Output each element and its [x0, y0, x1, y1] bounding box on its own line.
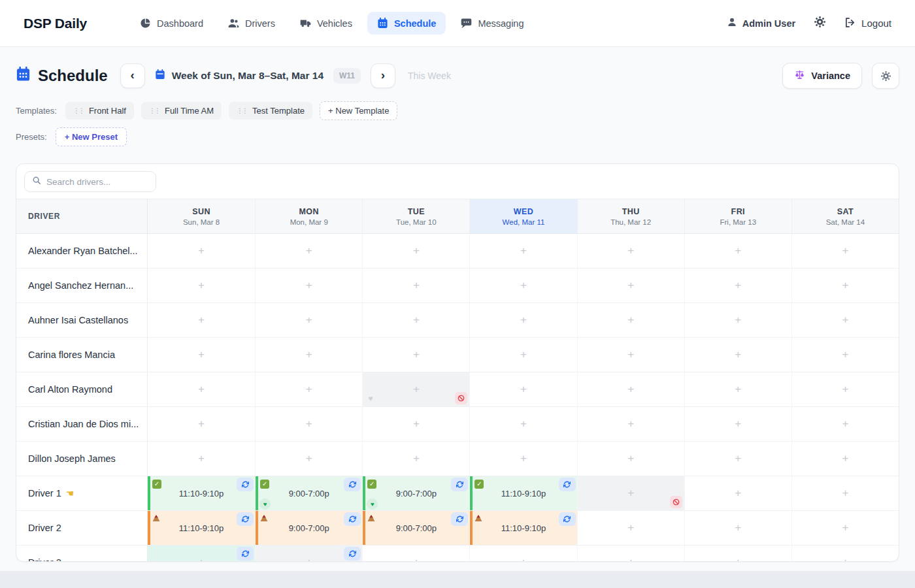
swap-icon[interactable]	[237, 512, 254, 526]
schedule-cell[interactable]: +	[362, 338, 469, 372]
schedule-cell[interactable]: +	[469, 234, 576, 268]
schedule-cell[interactable]: +	[469, 442, 576, 476]
nav-item-drivers[interactable]: Drivers	[218, 12, 285, 35]
schedule-cell[interactable]: +	[362, 546, 469, 562]
swap-icon[interactable]	[559, 512, 576, 526]
day-name: SAT	[837, 207, 854, 216]
schedule-cell[interactable]: +	[148, 407, 255, 441]
schedule-cell[interactable]: 9:00-7:00p	[255, 511, 362, 545]
schedule-cell[interactable]: +	[791, 476, 899, 510]
schedule-cell[interactable]: +	[148, 338, 255, 372]
template-chip-front-half[interactable]: ⋮⋮Front Half	[65, 102, 134, 120]
schedule-cell[interactable]: +	[148, 269, 255, 302]
schedule-cell[interactable]: +	[791, 442, 899, 476]
search-drivers-input[interactable]	[46, 177, 148, 187]
schedule-cell[interactable]: +	[362, 407, 469, 441]
user-menu[interactable]: Admin User	[727, 17, 795, 29]
schedule-cell[interactable]: +	[362, 234, 469, 268]
schedule-cell[interactable]: +	[255, 442, 362, 476]
schedule-cell[interactable]: +	[255, 234, 362, 268]
next-week-button[interactable]: ›	[371, 63, 395, 88]
new-template-button[interactable]: + New Template	[320, 101, 397, 120]
schedule-cell[interactable]: +♥	[362, 372, 469, 406]
swap-icon[interactable]	[344, 547, 361, 561]
schedule-cell[interactable]: +	[148, 442, 255, 476]
schedule-cell[interactable]: +	[469, 546, 576, 562]
schedule-cell[interactable]: +	[362, 269, 469, 302]
schedule-cell[interactable]: +	[791, 338, 899, 372]
swap-icon[interactable]	[344, 512, 361, 526]
schedule-cell[interactable]: +	[255, 372, 362, 406]
schedule-cell[interactable]: +	[469, 269, 576, 302]
schedule-cell[interactable]: +	[469, 372, 576, 406]
nav-item-schedule[interactable]: Schedule	[367, 12, 446, 35]
schedule-cell[interactable]: +	[791, 511, 899, 545]
schedule-cell[interactable]: ✓11:10-9:10p	[469, 476, 576, 510]
nav-item-vehicles[interactable]: Vehicles	[290, 12, 362, 35]
schedule-cell[interactable]: +	[577, 234, 684, 268]
schedule-cell[interactable]: +	[684, 476, 791, 510]
schedule-cell[interactable]: ✓9:00-7:00p♥	[255, 476, 362, 510]
nav-item-dashboard[interactable]: Dashboard	[130, 12, 213, 35]
variance-button[interactable]: Variance	[782, 63, 862, 89]
schedule-cell[interactable]: +	[148, 546, 255, 562]
prev-week-button[interactable]: ‹	[120, 63, 145, 88]
schedule-cell[interactable]: +	[255, 546, 362, 562]
schedule-cell[interactable]: 11:10-9:10p	[148, 511, 255, 545]
schedule-cell[interactable]: +	[577, 546, 684, 562]
schedule-cell[interactable]: +	[791, 372, 899, 406]
schedule-cell[interactable]: +	[684, 546, 791, 562]
schedule-cell[interactable]: +	[148, 372, 255, 406]
schedule-cell[interactable]: +	[577, 372, 684, 406]
schedule-cell[interactable]: +	[791, 269, 899, 302]
schedule-cell[interactable]: +	[791, 407, 899, 441]
template-chip-test-template[interactable]: ⋮⋮Test Template	[229, 102, 312, 120]
schedule-cell[interactable]: 11:10-9:10p	[469, 511, 576, 545]
swap-icon[interactable]	[451, 478, 468, 491]
schedule-cell[interactable]: +	[577, 442, 684, 476]
schedule-cell[interactable]: +	[577, 303, 684, 337]
schedule-cell[interactable]: 9:00-7:00p	[362, 511, 469, 545]
settings-gear-icon[interactable]	[814, 16, 826, 31]
swap-icon[interactable]	[559, 478, 576, 491]
schedule-cell[interactable]: +	[255, 338, 362, 372]
schedule-cell[interactable]: +	[577, 476, 684, 510]
schedule-cell[interactable]: +	[577, 511, 684, 545]
logout-button[interactable]: Logout	[844, 17, 891, 30]
schedule-cell[interactable]: +	[791, 234, 899, 268]
schedule-cell[interactable]: +	[684, 511, 791, 545]
schedule-cell[interactable]: +	[684, 338, 791, 372]
schedule-cell[interactable]: +	[684, 372, 791, 406]
schedule-cell[interactable]: +	[684, 269, 791, 302]
schedule-cell[interactable]: +	[148, 303, 255, 337]
schedule-cell[interactable]: +	[791, 303, 899, 337]
schedule-settings-button[interactable]	[872, 63, 899, 89]
schedule-cell[interactable]: +	[255, 303, 362, 337]
schedule-cell[interactable]: +	[577, 269, 684, 302]
schedule-cell[interactable]: +	[577, 338, 684, 372]
schedule-cell[interactable]: +	[791, 546, 899, 562]
schedule-cell[interactable]: +	[255, 407, 362, 441]
schedule-cell[interactable]: ✓9:00-7:00p♥	[362, 476, 469, 510]
new-preset-button[interactable]: + New Preset	[56, 127, 127, 146]
schedule-cell[interactable]: +	[148, 234, 255, 268]
search-drivers-box[interactable]	[24, 171, 156, 192]
template-chip-full-time-am[interactable]: ⋮⋮Full Time AM	[141, 102, 222, 120]
schedule-cell[interactable]: +	[684, 442, 791, 476]
swap-icon[interactable]	[237, 478, 254, 491]
nav-item-messaging[interactable]: Messaging	[451, 12, 533, 35]
swap-icon[interactable]	[451, 512, 468, 526]
schedule-cell[interactable]: +	[362, 442, 469, 476]
schedule-cell[interactable]: +	[469, 407, 576, 441]
schedule-cell[interactable]: +	[684, 407, 791, 441]
schedule-cell[interactable]: +	[577, 407, 684, 441]
swap-icon[interactable]	[237, 547, 254, 561]
swap-icon[interactable]	[344, 478, 361, 491]
schedule-cell[interactable]: ✓11:10-9:10p	[148, 476, 255, 510]
schedule-cell[interactable]: +	[684, 303, 791, 337]
schedule-cell[interactable]: +	[469, 338, 576, 372]
schedule-cell[interactable]: +	[255, 269, 362, 302]
schedule-cell[interactable]: +	[469, 303, 576, 337]
schedule-cell[interactable]: +	[362, 303, 469, 337]
schedule-cell[interactable]: +	[684, 234, 791, 268]
